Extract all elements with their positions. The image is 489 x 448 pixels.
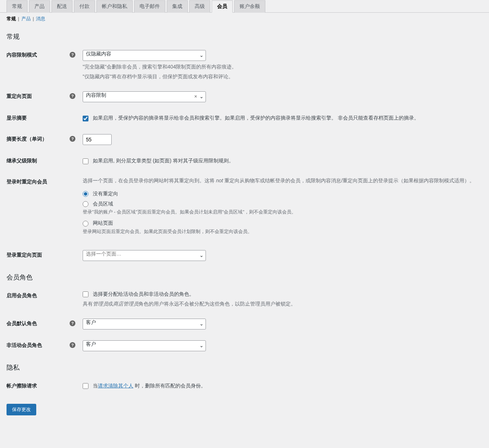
login-redirect-radio-none[interactable] xyxy=(83,191,88,197)
account-erasure-label: 帐户擦除请求 xyxy=(7,383,37,389)
sub-nav-sep: | xyxy=(32,16,36,21)
default-member-role-label: 会员默认角色 xyxy=(7,320,37,326)
enable-member-roles-desc-em2: 商店管理员 xyxy=(113,301,138,307)
content-restriction-mode-desc1: "完全隐藏"会删除非会员，搜索引擎和404限制页面的所有内容痕迹。 xyxy=(83,63,479,71)
account-erasure-text-pre: 当 xyxy=(93,383,98,389)
show-excerpt-label: 显示摘要 xyxy=(7,115,27,121)
account-erasure-text-post: 时，删除所有匹配的会员身份。 xyxy=(133,383,206,389)
enable-member-roles-desc-em1: 管理员 xyxy=(93,301,108,307)
nav-tab-9[interactable]: 账户余额 xyxy=(234,0,265,13)
show-excerpt-text: 如果启用，受保护内容的摘录将显示给非会员和搜索引擎。如果启用，受保护的内容摘录将… xyxy=(93,115,419,121)
redirect-page-select[interactable]: 内容限制 xyxy=(83,91,206,102)
nav-tab-6[interactable]: 集成 xyxy=(167,0,188,13)
default-member-role-select[interactable]: 客户 xyxy=(83,319,206,329)
excerpt-length-input[interactable] xyxy=(83,134,112,145)
section-heading-member-roles: 会员角色 xyxy=(7,273,482,282)
enable-member-roles-desc-pre: 具有 xyxy=(83,301,93,307)
section-heading-general: 常规 xyxy=(7,32,482,41)
account-erasure-checkbox[interactable] xyxy=(83,383,88,389)
content-restriction-mode-select[interactable]: 仅隐藏内容 xyxy=(83,50,206,61)
enable-member-roles-text: 选择要分配给活动会员和非活动会员的角色。 xyxy=(93,291,194,297)
show-excerpt-checkbox[interactable] xyxy=(83,116,88,121)
sub-nav-item-1[interactable]: 产品 xyxy=(21,16,31,21)
clear-icon[interactable]: × xyxy=(194,93,197,100)
enable-member-roles-label: 启用会员角色 xyxy=(7,293,37,298)
section-heading-privacy: 隐私 xyxy=(7,363,482,372)
sub-nav-item-0[interactable]: 常规 xyxy=(7,16,16,21)
inherit-parent-text: 如果启用, 则分层文章类型 (如页面) 将对其子级应用限制规则。 xyxy=(93,158,234,163)
login-redirect-none-label: 没有重定向 xyxy=(93,190,118,198)
help-icon[interactable]: ? xyxy=(70,320,75,326)
redirect-page-label: 重定向页面 xyxy=(7,93,32,99)
login-redirect-site-page-label: 网站页面 xyxy=(93,220,113,227)
nav-tab-0[interactable]: 常规 xyxy=(7,0,28,13)
content-restriction-mode-label: 内容限制模式 xyxy=(7,52,37,58)
help-icon[interactable]: ? xyxy=(70,342,75,348)
help-icon[interactable]: ? xyxy=(70,52,75,58)
enable-member-roles-desc-post: 角色的用户将永远不会被分配为这些角色，以防止管理员用户被锁定。 xyxy=(138,301,296,307)
login-redirect-intro-post: 重定向从购物车或结帐登录的会员，或限制内容消息/重定向页面上的登录提示（如果根据… xyxy=(223,178,475,183)
sub-nav: 常规 | 产品 | 消息 xyxy=(0,13,489,22)
help-icon[interactable]: ? xyxy=(70,93,75,99)
nav-tab-2[interactable]: 配送 xyxy=(51,0,72,13)
login-redirect-member-area-desc: 登录"我的账户 - 会员区域"页面后重定向会员。如果会员计划未启用"会员区域"，… xyxy=(83,209,479,215)
login-redirect-radio-site-page[interactable] xyxy=(83,221,88,227)
nav-tab-4[interactable]: 帐户和隐私 xyxy=(96,0,133,13)
nav-tab-3[interactable]: 付款 xyxy=(74,0,95,13)
inactive-member-role-label: 非活动会员角色 xyxy=(7,342,42,348)
content-restriction-mode-desc2: "仅隐藏内容"将在存档中显示项目，但保护页面或发布内容和评论。 xyxy=(83,73,479,80)
save-button[interactable]: 保存更改 xyxy=(7,404,36,415)
inherit-parent-checkbox[interactable] xyxy=(83,158,88,164)
nav-tab-1[interactable]: 产品 xyxy=(29,0,50,13)
login-redirect-page-select[interactable]: 选择一个页面… xyxy=(83,250,206,261)
enable-member-roles-desc-mid: 或 xyxy=(108,301,113,307)
excerpt-length-label: 摘要长度（单词） xyxy=(7,136,47,142)
nav-tab-5[interactable]: 电子邮件 xyxy=(134,0,165,13)
sub-nav-item-2[interactable]: 消息 xyxy=(36,16,45,21)
login-redirect-site-page-desc: 登录网站页面后重定向会员。如果此页面受会员计划限制，则不会重定向该会员。 xyxy=(83,228,479,235)
nav-tab-8[interactable]: 会员 xyxy=(212,0,233,13)
login-redirect-intro-pre: 选择一个页面，在会员登录你的网站时将其重定向到。这将 xyxy=(83,178,216,183)
login-redirect-member-area-label: 会员区域 xyxy=(93,200,113,208)
inherit-parent-label: 继承父级限制 xyxy=(7,158,37,163)
inactive-member-role-select[interactable]: 客户 xyxy=(83,340,206,351)
login-redirect-radio-member-area[interactable] xyxy=(83,201,88,207)
help-icon[interactable]: ? xyxy=(70,136,75,142)
nav-tab-7[interactable]: 高级 xyxy=(189,0,210,13)
login-redirect-page-label: 登录重定向页面 xyxy=(7,252,42,258)
enable-member-roles-checkbox[interactable] xyxy=(83,291,88,297)
login-redirect-intro-em: not xyxy=(216,178,223,183)
account-erasure-link[interactable]: 请求清除其个人 xyxy=(98,383,133,389)
nav-tabs: 常规产品配送付款帐户和隐私电子邮件集成高级会员账户余额 xyxy=(0,0,489,13)
sub-nav-sep: | xyxy=(17,16,21,21)
login-redirect-label: 登录时重定向会员 xyxy=(7,179,47,184)
